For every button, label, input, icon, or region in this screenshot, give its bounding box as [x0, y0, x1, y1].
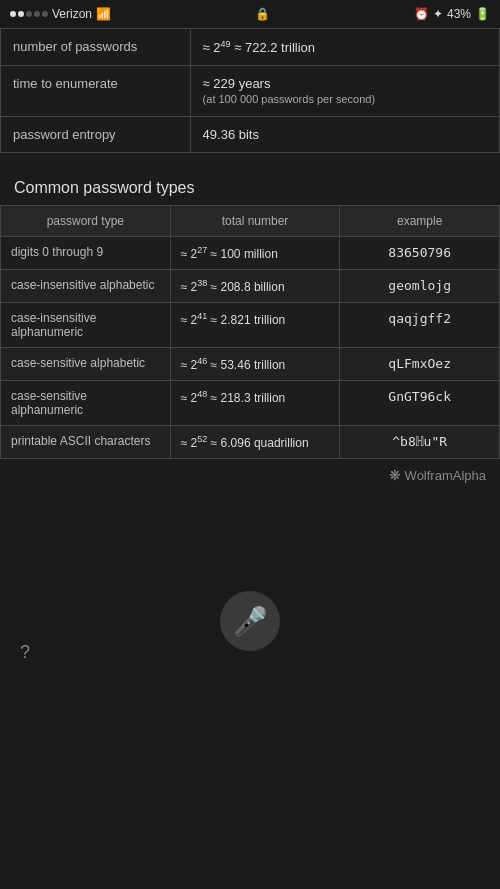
summary-label-2: time to enumerate	[1, 66, 191, 117]
pw-total-1: ≈ 238 ≈ 208.8 billion	[170, 270, 340, 303]
password-types-table: password type total number example digit…	[0, 205, 500, 459]
section-title: Common password types	[0, 169, 500, 205]
pw-type-3: case-sensitive alphabetic	[1, 348, 171, 381]
table-row: digits 0 through 9≈ 227 ≈ 100 million836…	[1, 237, 500, 270]
pw-type-5: printable ASCII characters	[1, 426, 171, 459]
pw-total-4: ≈ 248 ≈ 218.3 trillion	[170, 381, 340, 426]
dot-4	[34, 11, 40, 17]
summary-label-3: password entropy	[1, 117, 191, 153]
table-row: time to enumerate ≈ 229 years(at 100 000…	[1, 66, 500, 117]
wolfram-alpha-brand: WolframAlpha	[405, 468, 486, 483]
pw-example-4: GnGT96ck	[340, 381, 500, 426]
pw-total-5: ≈ 252 ≈ 6.096 quadrillion	[170, 426, 340, 459]
dot-2	[18, 11, 24, 17]
lock-icon: 🔒	[255, 7, 270, 21]
pw-type-0: digits 0 through 9	[1, 237, 171, 270]
mic-icon: 🎤	[233, 605, 268, 638]
table-row: case-insensitive alphanumeric≈ 241 ≈ 2.8…	[1, 303, 500, 348]
pw-example-2: qaqjgff2	[340, 303, 500, 348]
carrier-name: Verizon	[52, 7, 92, 21]
pw-example-0: 83650796	[340, 237, 500, 270]
bluetooth-icon: ✦	[433, 7, 443, 21]
pw-example-1: geomlojg	[340, 270, 500, 303]
pw-example-3: qLFmxOez	[340, 348, 500, 381]
summary-table: number of passwords ≈ 249 ≈ 722.2 trilli…	[0, 28, 500, 153]
wolfram-alpha-footer: ❋ WolframAlpha	[0, 459, 500, 491]
table-row: case-sensitive alphabetic≈ 246 ≈ 53.46 t…	[1, 348, 500, 381]
col-header-type: password type	[1, 206, 171, 237]
wifi-icon: 📶	[96, 7, 111, 21]
status-bar: Verizon 📶 🔒 ⏰ ✦ 43% 🔋	[0, 0, 500, 28]
table-header-row: password type total number example	[1, 206, 500, 237]
pw-type-2: case-insensitive alphanumeric	[1, 303, 171, 348]
summary-value-3: 49.36 bits	[190, 117, 499, 153]
pw-total-3: ≈ 246 ≈ 53.46 trillion	[170, 348, 340, 381]
alarm-icon: ⏰	[414, 7, 429, 21]
pw-total-2: ≈ 241 ≈ 2.821 trillion	[170, 303, 340, 348]
mic-button[interactable]: 🎤	[220, 591, 280, 651]
pw-type-1: case-insensitive alphabetic	[1, 270, 171, 303]
signal-dots	[10, 11, 48, 17]
dot-1	[10, 11, 16, 17]
col-header-example: example	[340, 206, 500, 237]
pw-total-0: ≈ 227 ≈ 100 million	[170, 237, 340, 270]
summary-label-1: number of passwords	[1, 29, 191, 66]
table-row: password entropy 49.36 bits	[1, 117, 500, 153]
status-left: Verizon 📶	[10, 7, 111, 21]
summary-value-1: ≈ 249 ≈ 722.2 trillion	[190, 29, 499, 66]
table-row: number of passwords ≈ 249 ≈ 722.2 trilli…	[1, 29, 500, 66]
status-right: ⏰ ✦ 43% 🔋	[414, 7, 490, 21]
battery-level: 43%	[447, 7, 471, 21]
dot-3	[26, 11, 32, 17]
help-button[interactable]: ?	[20, 642, 30, 663]
summary-value-2: ≈ 229 years(at 100 000 passwords per sec…	[190, 66, 499, 117]
pw-type-4: case-sensitive alphanumeric	[1, 381, 171, 426]
battery-icon: 🔋	[475, 7, 490, 21]
bottom-area: 🎤 ?	[0, 491, 500, 691]
wolfram-snowflake-icon: ❋	[389, 467, 401, 483]
pw-example-5: ^b8ℍu"R	[340, 426, 500, 459]
main-content: number of passwords ≈ 249 ≈ 722.2 trilli…	[0, 28, 500, 491]
table-row: printable ASCII characters≈ 252 ≈ 6.096 …	[1, 426, 500, 459]
dot-5	[42, 11, 48, 17]
table-row: case-insensitive alphabetic≈ 238 ≈ 208.8…	[1, 270, 500, 303]
col-header-total: total number	[170, 206, 340, 237]
table-row: case-sensitive alphanumeric≈ 248 ≈ 218.3…	[1, 381, 500, 426]
